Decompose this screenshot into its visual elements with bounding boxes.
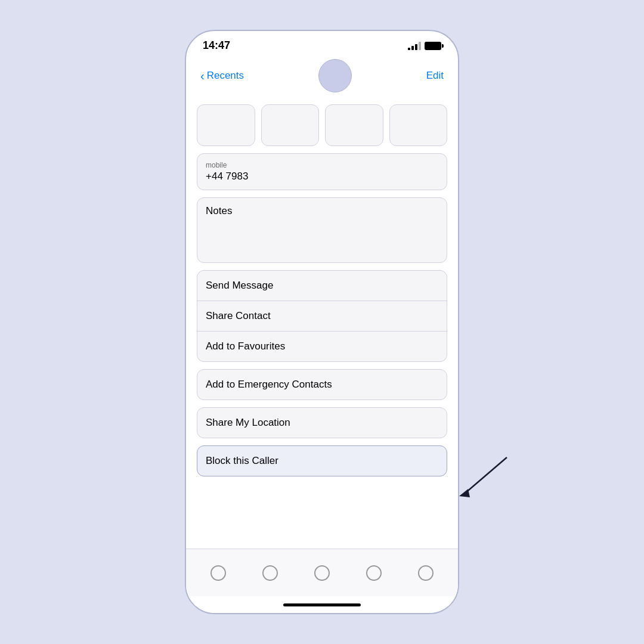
scroll-content: mobile +44 7983 Notes Send Message Share… xyxy=(186,100,458,549)
status-time: 14:47 xyxy=(203,39,230,52)
menu-group-card: Send Message Share Contact Add to Favour… xyxy=(197,270,447,362)
notes-card[interactable]: Notes xyxy=(197,197,447,263)
signal-icon xyxy=(408,42,421,50)
back-button[interactable]: ‹ Recents xyxy=(200,70,244,82)
tab-item-4[interactable] xyxy=(361,560,387,586)
svg-marker-1 xyxy=(459,489,470,497)
send-message-item[interactable]: Send Message xyxy=(197,271,447,301)
phone-number: +44 7983 xyxy=(206,171,438,182)
action-buttons-row xyxy=(197,104,447,146)
tab-icon-2 xyxy=(262,565,278,581)
action-button-2[interactable] xyxy=(261,104,320,146)
back-label: Recents xyxy=(207,70,244,82)
tab-item-2[interactable] xyxy=(257,560,283,586)
chevron-left-icon: ‹ xyxy=(200,70,205,82)
tab-icon-4 xyxy=(366,565,382,581)
home-bar xyxy=(283,603,361,606)
action-button-3[interactable] xyxy=(325,104,383,146)
svg-line-0 xyxy=(465,457,507,493)
edit-button[interactable]: Edit xyxy=(426,70,444,82)
tab-bar xyxy=(186,549,458,596)
tab-item-5[interactable] xyxy=(413,560,439,586)
tab-icon-1 xyxy=(210,565,226,581)
add-to-favourites-item[interactable]: Add to Favourites xyxy=(197,332,447,361)
arrow-annotation xyxy=(453,454,513,502)
phone-label: mobile xyxy=(206,161,438,169)
action-button-1[interactable] xyxy=(197,104,255,146)
home-indicator xyxy=(186,596,458,613)
notes-label: Notes xyxy=(206,205,438,217)
nav-bar: ‹ Recents Edit xyxy=(186,57,458,100)
add-emergency-contacts-button[interactable]: Add to Emergency Contacts xyxy=(197,369,447,400)
share-my-location-button[interactable]: Share My Location xyxy=(197,407,447,438)
tab-item-1[interactable] xyxy=(205,560,231,586)
status-bar: 14:47 xyxy=(186,31,458,57)
tab-item-3[interactable] xyxy=(309,560,335,586)
share-contact-item[interactable]: Share Contact xyxy=(197,301,447,332)
action-button-4[interactable] xyxy=(389,104,448,146)
phone-frame: 14:47 ‹ Recents Edit xyxy=(185,30,459,614)
phone-info-card: mobile +44 7983 xyxy=(197,153,447,190)
block-caller-button[interactable]: Block this Caller xyxy=(197,445,447,476)
tab-icon-5 xyxy=(418,565,434,581)
tab-icon-3 xyxy=(314,565,330,581)
status-icons xyxy=(408,42,441,50)
contact-avatar xyxy=(318,59,352,92)
battery-icon xyxy=(425,42,441,50)
